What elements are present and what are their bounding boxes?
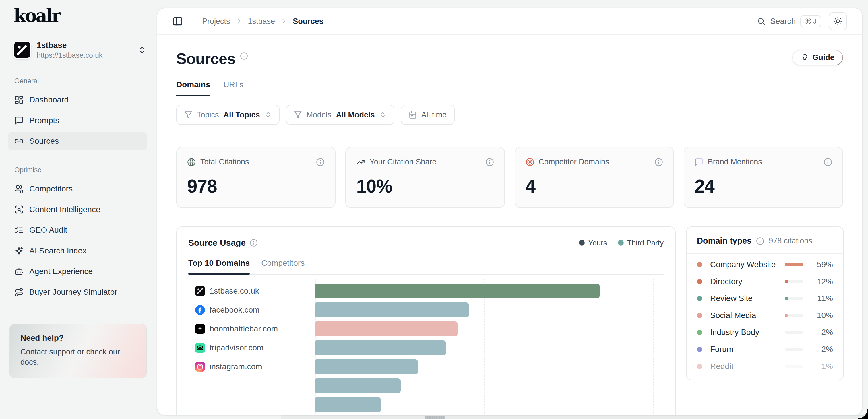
chart-row-track: [315, 359, 663, 374]
sidebar-item-label: Dashboard: [29, 95, 69, 104]
chart-legend: YoursThird Party: [579, 238, 663, 247]
link-icon: [14, 137, 24, 146]
sidebar-item-label: Prompts: [29, 116, 59, 125]
chart-bar: [315, 284, 600, 298]
chevrons-up-down-icon: [379, 111, 386, 118]
domain-type-percent: 2%: [811, 345, 833, 354]
info-icon[interactable]: [240, 52, 248, 60]
chart-tab-top-10-domains[interactable]: Top 10 Domains: [188, 259, 250, 274]
workspace-switcher[interactable]: 1stbase https://1stbase.co.uk: [14, 40, 146, 60]
sidebar-item-competitors[interactable]: Competitors: [8, 180, 147, 198]
page-tabs-row: DomainsURLs: [176, 80, 843, 96]
legend-item: Yours: [579, 238, 607, 247]
sidebar-item-sources[interactable]: Sources: [8, 132, 147, 150]
sidebar-item-ai-search-index[interactable]: AI Search Index: [8, 241, 147, 260]
domain-type-row: Reddit1%: [697, 358, 833, 375]
domain-type-bar-fill: [785, 314, 788, 317]
chevron-right-icon: [236, 18, 243, 25]
domain-type-bar-track: [785, 314, 803, 317]
search-icon: [757, 17, 766, 26]
sidebar-item-label: AI Search Index: [29, 246, 86, 255]
chart-row-domain: 1stbase.co.uk: [210, 286, 259, 296]
topics-filter[interactable]: Topics All Topics: [176, 105, 280, 125]
stat-card: Brand Mentions24: [684, 147, 843, 208]
sidebar-item-dashboard[interactable]: Dashboard: [8, 91, 147, 109]
sidebar-item-prompts[interactable]: Prompts: [8, 111, 147, 130]
tripadvisor-favicon: [195, 343, 205, 353]
sparkles-icon: [14, 246, 24, 255]
time-range-filter[interactable]: All time: [401, 105, 455, 125]
theme-toggle-button[interactable]: [829, 12, 847, 30]
legend-dot: [618, 240, 624, 246]
info-icon[interactable]: [654, 158, 663, 166]
scrollbar-thumb[interactable]: [425, 416, 445, 419]
domain-type-label: Forum: [710, 345, 785, 354]
layout-dashboard-icon: [14, 95, 24, 104]
domain-types-panel: Domain types 978 citations Company Websi…: [686, 226, 844, 380]
trending-up-icon: [356, 158, 365, 166]
source-usage-title-text: Source Usage: [188, 238, 246, 248]
chart-row-label: 1stbase.co.uk: [188, 286, 315, 296]
chart-row-label: boombattlebar.com: [188, 324, 315, 334]
domain-type-bar-fill: [785, 348, 785, 351]
domain-type-percent: 59%: [811, 260, 833, 269]
breadcrumb-item[interactable]: Projects: [202, 17, 230, 26]
guide-button[interactable]: Guide: [792, 50, 843, 65]
sidebar-item-content-intelligence[interactable]: Content Intelligence: [8, 200, 147, 219]
chart-tab-competitors[interactable]: Competitors: [261, 259, 305, 274]
main-content-card: Projects1stbaseSources Search ⌘ J Source…: [157, 8, 863, 416]
domain-type-percent: 2%: [811, 328, 833, 337]
info-icon[interactable]: [485, 158, 494, 166]
chart-bar: [315, 397, 381, 412]
time-filter-value: All time: [422, 110, 447, 119]
domain-types-citations: 978 citations: [769, 236, 812, 246]
search-button[interactable]: Search ⌘ J: [757, 15, 821, 27]
page-title-text: Sources: [176, 50, 236, 67]
domain-type-row: Social Media10%: [697, 307, 833, 324]
message-square-icon: [14, 116, 24, 125]
stat-label: Competitor Domains: [539, 158, 609, 166]
info-icon[interactable]: [250, 239, 258, 247]
calendar-icon: [409, 111, 417, 119]
lightbulb-icon: [801, 54, 809, 62]
domain-type-dot: [697, 296, 702, 301]
legend-dot: [579, 240, 585, 246]
sidebar-item-agent-experience[interactable]: Agent Experience: [8, 262, 147, 281]
help-card[interactable]: Need help? Contact support or check our …: [9, 324, 147, 378]
stat-value: 10%: [356, 175, 494, 197]
stat-card-header: Competitor Domains: [526, 158, 663, 166]
funnel-icon: [184, 111, 192, 119]
horizontal-scrollbar[interactable]: [281, 415, 868, 419]
info-icon[interactable]: [824, 158, 832, 166]
domain-type-percent: 11%: [811, 294, 833, 303]
sidebar-toggle-icon[interactable]: [172, 16, 183, 27]
tab-domains[interactable]: Domains: [176, 80, 210, 96]
info-icon[interactable]: [316, 158, 324, 166]
domain-type-label: Company Website: [710, 260, 785, 269]
domain-type-bar-fill: [785, 263, 803, 266]
chart-row: 1stbase.co.uk: [188, 282, 663, 300]
sidebar-item-geo-audit[interactable]: GEO Audit: [8, 221, 147, 239]
source-usage-title: Source Usage: [188, 238, 258, 248]
source-usage-tabs: Top 10 DomainsCompetitors: [188, 259, 663, 275]
sidebar-item-buyer-journey-simulator[interactable]: Buyer Journey Simulator: [8, 283, 147, 301]
facebook-favicon: [195, 305, 205, 315]
breadcrumb-item[interactable]: 1stbase: [248, 17, 275, 26]
tab-urls[interactable]: URLs: [223, 80, 243, 96]
sun-icon: [833, 17, 842, 26]
page-content: Sources Guide DomainsURLs Topics All Top…: [157, 50, 862, 416]
models-filter-label: Models: [307, 110, 332, 119]
domain-types-header: Domain types 978 citations: [687, 227, 843, 253]
models-filter[interactable]: Models All Models: [286, 105, 394, 125]
search-label: Search: [770, 17, 796, 26]
domain-type-label: Directory: [710, 277, 785, 286]
domain-type-label: Social Media: [710, 311, 785, 320]
chart-row-label: tripadvisor.com: [188, 343, 315, 353]
header-actions: Search ⌘ J: [757, 12, 847, 30]
domain-type-row: Directory12%: [697, 273, 833, 290]
bar-chart: 1stbase.co.ukfacebook.comboombattlebar.c…: [188, 282, 663, 414]
title-row: Sources Guide: [176, 50, 843, 67]
info-icon[interactable]: [756, 237, 764, 245]
domain-type-bar-fill: [785, 331, 785, 334]
domain-type-row: Company Website59%: [697, 256, 833, 273]
